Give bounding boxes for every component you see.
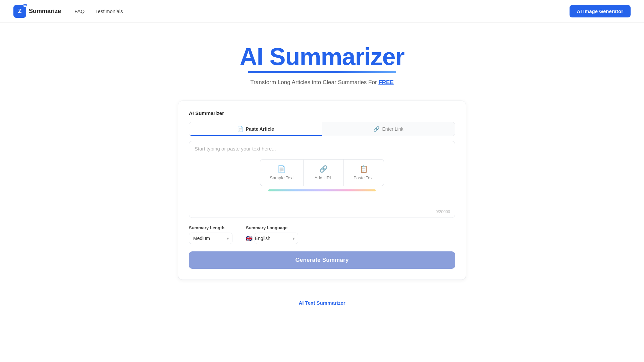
tab-enter-link[interactable]: 🔗 Enter Link — [322, 122, 455, 136]
enter-link-icon: 🔗 — [373, 126, 380, 132]
sample-text-button[interactable]: 📄 Sample Text — [260, 159, 303, 186]
hero-subtitle: Transform Long Articles into Clear Summa… — [7, 79, 637, 86]
hero-title: AI Summarizer — [239, 43, 404, 70]
footer-ai-text-summarizer-link[interactable]: AI Text Summarizer — [299, 300, 345, 306]
summary-length-select[interactable]: Short Medium Long — [189, 233, 232, 244]
summary-language-select-wrap: 🇬🇧 English Spanish French German ▾ — [246, 233, 298, 244]
generate-summary-button[interactable]: Generate Summary — [189, 251, 455, 269]
nav-faq[interactable]: FAQ — [74, 8, 85, 14]
rainbow-bar — [268, 189, 376, 191]
sample-text-icon: 📄 — [277, 165, 286, 173]
text-input-area[interactable]: Start typing or paste your text here... … — [189, 141, 455, 218]
main-card: AI Summarizer 📄 Paste Article 🔗 Enter Li… — [178, 101, 466, 280]
summary-language-label: Summary Language — [246, 225, 298, 230]
paste-text-button[interactable]: 📋 Paste Text — [344, 159, 384, 186]
summary-length-label: Summary Length — [189, 225, 232, 230]
summary-language-select[interactable]: English Spanish French German — [255, 233, 298, 244]
tab-paste-article[interactable]: 📄 Paste Article — [189, 122, 322, 136]
logo-name: Summarize — [29, 8, 61, 15]
card-title: AI Summarizer — [189, 110, 455, 116]
textarea-placeholder: Start typing or paste your text here... — [195, 146, 276, 152]
navbar: Z AI Summarize FAQ Testimonials AI Image… — [0, 0, 644, 23]
quick-actions: 📄 Sample Text 🔗 Add URL 📋 Paste Text — [195, 159, 449, 186]
logo[interactable]: Z AI Summarize — [13, 5, 61, 18]
hero-section: AI Summarizer Transform Long Articles in… — [0, 23, 644, 93]
add-url-button[interactable]: 🔗 Add URL — [304, 159, 344, 186]
footer-section: AI Text Summarizer — [0, 280, 644, 313]
paste-text-icon: 📋 — [360, 165, 368, 173]
nav-testimonials[interactable]: Testimonials — [95, 8, 123, 14]
nav-links: FAQ Testimonials — [74, 8, 123, 14]
hero-underline — [248, 71, 396, 73]
summary-length-select-wrap: Short Medium Long ▾ — [189, 233, 232, 244]
ai-image-generator-button[interactable]: AI Image Generator — [570, 5, 631, 17]
paste-article-icon: 📄 — [237, 126, 244, 132]
summary-length-group: Summary Length Short Medium Long ▾ — [189, 225, 232, 244]
add-url-icon: 🔗 — [319, 165, 328, 173]
logo-badge: AI — [23, 4, 28, 7]
controls-row: Summary Length Short Medium Long ▾ Summa… — [189, 225, 455, 244]
summary-language-group: Summary Language 🇬🇧 English Spanish Fren… — [246, 225, 298, 244]
char-count: 0/20000 — [436, 209, 450, 214]
language-flag: 🇬🇧 — [246, 235, 253, 242]
hero-free-link[interactable]: FREE — [378, 79, 393, 85]
input-tabs: 📄 Paste Article 🔗 Enter Link — [189, 122, 455, 136]
logo-icon: Z AI — [13, 5, 26, 18]
